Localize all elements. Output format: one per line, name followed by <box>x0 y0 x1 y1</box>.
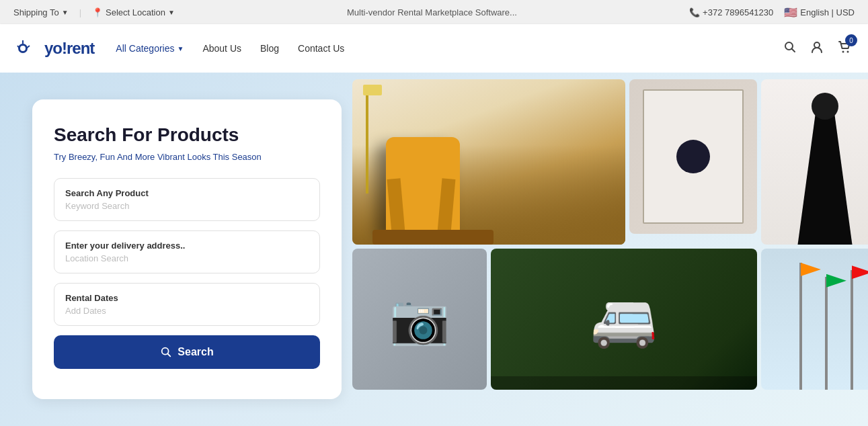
location-pin-icon: 📍 <box>92 7 103 17</box>
nav-all-categories[interactable]: All Categories ▼ <box>116 43 184 54</box>
marquee-text: Multi-vendor Rental Marketplace Software… <box>347 7 517 17</box>
location-search-placeholder: Location Search <box>65 253 309 263</box>
image-mosaic: 🚗 📷 🚐 🚜 <box>342 73 868 426</box>
search-icon[interactable] <box>783 40 797 57</box>
search-button-label: Search <box>177 346 213 358</box>
main-nav: All Categories ▼ About Us Blog Contact U… <box>116 43 783 54</box>
image-fashion <box>761 79 868 245</box>
cart-badge: 0 <box>845 34 857 46</box>
product-search-placeholder: Keyword Search <box>65 201 309 211</box>
cart-icon[interactable]: 0 <box>837 40 852 57</box>
logo[interactable]: yo!rent <box>16 36 94 60</box>
product-search-label: Search Any Product <box>65 188 309 198</box>
rental-dates-label: Rental Dates <box>65 293 309 303</box>
location-search-label: Enter your delivery address.. <box>65 241 309 251</box>
svg-point-8 <box>842 51 844 53</box>
location-label: Select Location <box>106 7 165 17</box>
user-icon[interactable] <box>810 40 824 57</box>
categories-chevron-icon: ▼ <box>177 45 184 52</box>
location-selector[interactable]: 📍 Select Location ▼ <box>92 7 175 17</box>
logo-text: yo!rent <box>44 39 94 58</box>
shipping-chevron-icon: ▼ <box>62 9 69 16</box>
location-chevron-icon: ▼ <box>168 9 175 16</box>
svg-line-6 <box>792 48 795 52</box>
image-motorhome: 🚐 <box>491 249 757 390</box>
svg-point-7 <box>814 42 820 48</box>
search-button-icon <box>160 346 172 358</box>
nav-about[interactable]: About Us <box>202 43 241 54</box>
search-panel: Search For Products Try Breezy, Fun And … <box>32 99 342 399</box>
rental-dates-placeholder: Add Dates <box>65 306 309 316</box>
search-button[interactable]: Search <box>54 335 320 369</box>
nav-contact[interactable]: Contact Us <box>298 43 344 54</box>
header: yo!rent All Categories ▼ About Us Blog C… <box>0 24 868 73</box>
nav-blog[interactable]: Blog <box>260 43 279 54</box>
top-bar: Shipping To ▼ | 📍 Select Location ▼ Mult… <box>0 0 868 24</box>
image-wall-art <box>629 79 757 234</box>
image-flags <box>761 249 868 390</box>
location-search-field[interactable]: Enter your delivery address.. Location S… <box>54 230 320 273</box>
svg-line-11 <box>168 353 171 356</box>
hero-section: Search For Products Try Breezy, Fun And … <box>0 73 868 426</box>
rental-dates-field[interactable]: Rental Dates Add Dates <box>54 283 320 326</box>
language-selector[interactable]: 🇺🇸 English | USD <box>784 6 855 19</box>
shipping-to[interactable]: Shipping To ▼ <box>13 7 69 17</box>
header-actions: 0 <box>783 40 852 57</box>
language-text: English | USD <box>800 7 855 17</box>
svg-point-9 <box>847 51 849 53</box>
product-search-field[interactable]: Search Any Product Keyword Search <box>54 178 320 221</box>
shipping-label: Shipping To <box>13 7 59 17</box>
logo-icon <box>16 36 40 60</box>
svg-point-1 <box>20 46 26 51</box>
flag-icon: 🇺🇸 <box>784 6 797 19</box>
hero-subtitle: Try Breezy, Fun And More Vibrant Looks T… <box>54 152 320 162</box>
phone-icon: 📞 <box>689 7 700 17</box>
phone-text: +372 7896541230 <box>703 7 773 17</box>
image-living-room <box>352 79 625 245</box>
phone-number[interactable]: 📞 +372 7896541230 <box>689 7 773 17</box>
image-camera: 📷 <box>352 249 487 390</box>
hero-title: Search For Products <box>54 124 320 146</box>
